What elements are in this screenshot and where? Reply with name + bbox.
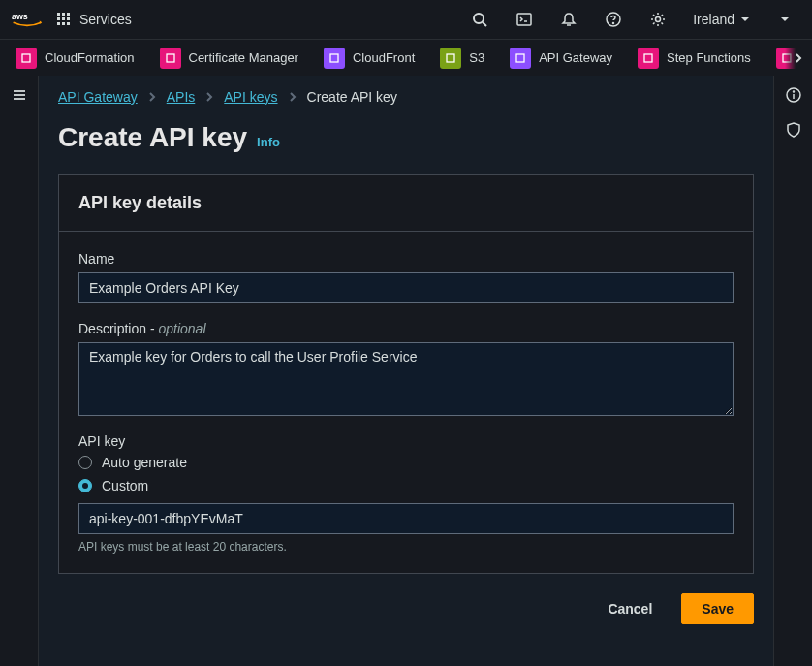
service-shortcut[interactable]: Certificate Manager — [156, 46, 302, 71]
radio-icon — [78, 479, 92, 492]
service-shortcut-label: API Gateway — [539, 50, 612, 65]
help-icon[interactable] — [598, 4, 629, 35]
services-label: Services — [79, 12, 132, 27]
service-icon — [510, 48, 531, 69]
right-rail — [773, 76, 812, 666]
service-icon — [160, 48, 181, 69]
caret-down-icon — [740, 15, 750, 24]
info-panel-icon[interactable] — [782, 83, 805, 107]
svg-rect-19 — [167, 54, 174, 62]
name-label: Name — [78, 251, 734, 267]
svg-rect-7 — [57, 22, 60, 25]
service-shortcut-bar: CloudFormationCertificate ManagerCloudFr… — [0, 39, 812, 76]
svg-line-11 — [483, 22, 486, 26]
svg-rect-1 — [57, 13, 60, 16]
breadcrumb-current: Create API key — [307, 89, 397, 105]
left-rail — [0, 76, 39, 666]
service-icon — [16, 48, 37, 69]
apikey-label: API key — [78, 433, 734, 449]
save-button[interactable]: Save — [681, 593, 754, 624]
settings-icon[interactable] — [642, 4, 673, 35]
radio-icon — [78, 456, 92, 469]
info-link[interactable]: Info — [257, 135, 280, 149]
main-content: API Gateway APIs API keys Create API key… — [39, 76, 773, 666]
aws-logo[interactable]: aws — [12, 10, 43, 29]
name-input[interactable] — [78, 272, 734, 303]
svg-rect-12 — [517, 14, 531, 25]
custom-apikey-input[interactable] — [78, 503, 734, 534]
api-key-details-panel: API key details Name Description - optio… — [58, 174, 754, 574]
account-menu[interactable] — [769, 4, 800, 35]
service-bar-scroll-right[interactable] — [785, 40, 812, 76]
svg-rect-21 — [447, 54, 454, 62]
svg-point-10 — [474, 14, 484, 23]
svg-text:aws: aws — [12, 12, 28, 21]
service-shortcut-label: CloudFront — [353, 50, 415, 65]
radio-custom-label: Custom — [102, 478, 148, 493]
service-icon — [638, 48, 659, 69]
description-input[interactable] — [78, 342, 734, 416]
region-selector[interactable]: Ireland — [687, 12, 756, 27]
svg-rect-5 — [62, 17, 65, 20]
service-shortcut[interactable]: CloudFront — [320, 46, 419, 71]
breadcrumb-link-api-keys[interactable]: API keys — [224, 89, 277, 105]
breadcrumb: API Gateway APIs API keys Create API key — [58, 89, 754, 105]
top-nav: aws Services Ireland — [0, 0, 812, 39]
service-shortcut-label: Certificate Manager — [189, 50, 298, 65]
svg-rect-4 — [57, 17, 60, 20]
service-shortcut[interactable]: CloudFormation — [12, 46, 139, 71]
chevron-right-icon — [288, 92, 297, 102]
radio-auto-generate[interactable]: Auto generate — [78, 455, 734, 470]
cancel-button[interactable]: Cancel — [588, 593, 671, 624]
svg-rect-6 — [67, 17, 70, 20]
hamburger-icon[interactable] — [8, 83, 31, 107]
svg-rect-20 — [330, 54, 338, 62]
services-menu[interactable]: Services — [56, 12, 132, 27]
grid-icon — [56, 12, 72, 27]
svg-rect-9 — [67, 22, 70, 25]
radio-custom[interactable]: Custom — [78, 478, 734, 493]
region-label: Ireland — [693, 12, 734, 27]
svg-rect-2 — [62, 13, 65, 16]
radio-auto-label: Auto generate — [102, 455, 187, 470]
security-panel-icon[interactable] — [782, 118, 805, 142]
service-icon — [324, 48, 345, 69]
svg-point-17 — [656, 17, 661, 22]
svg-point-16 — [613, 23, 614, 24]
svg-rect-8 — [62, 22, 65, 25]
svg-point-30 — [793, 91, 794, 92]
service-icon — [440, 48, 461, 69]
description-label: Description - optional — [78, 321, 734, 336]
breadcrumb-link-apis[interactable]: APIs — [167, 89, 196, 105]
cloudshell-icon[interactable] — [509, 4, 540, 35]
panel-header: API key details — [59, 175, 753, 232]
svg-rect-23 — [644, 54, 652, 62]
breadcrumb-link-api-gateway[interactable]: API Gateway — [58, 89, 138, 105]
svg-rect-22 — [516, 54, 524, 62]
notifications-icon[interactable] — [553, 4, 584, 35]
service-shortcut-label: CloudFormation — [45, 50, 135, 65]
service-shortcut[interactable]: API Gateway — [506, 46, 616, 71]
service-shortcut-label: S3 — [469, 50, 484, 65]
service-shortcut[interactable]: Step Functions — [634, 46, 755, 71]
svg-rect-18 — [22, 54, 30, 62]
svg-rect-3 — [67, 13, 70, 16]
chevron-right-icon — [147, 92, 157, 102]
page-title: Create API key — [58, 122, 247, 153]
service-shortcut[interactable]: S3 — [436, 46, 488, 71]
search-icon[interactable] — [464, 4, 495, 35]
apikey-helper-text: API keys must be at least 20 characters. — [78, 540, 734, 554]
service-shortcut-label: Step Functions — [667, 50, 751, 65]
chevron-right-icon — [204, 92, 214, 102]
action-row: Cancel Save — [58, 593, 754, 624]
